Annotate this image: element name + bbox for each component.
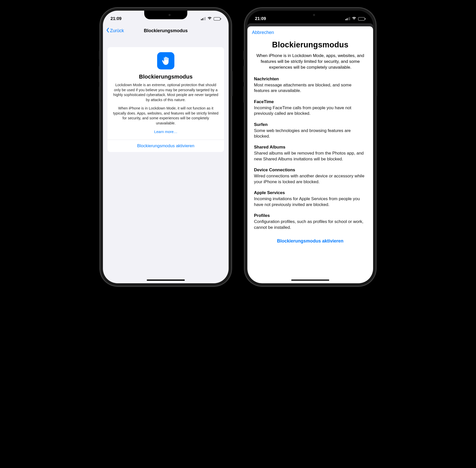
cellular-signal-icon — [345, 17, 350, 20]
battery-icon — [358, 17, 366, 21]
section-body: Configuration profiles, such as profiles… — [254, 219, 367, 230]
status-time: 21:09 — [255, 16, 266, 21]
card-paragraph-1: Lockdown Mode is an extreme, optional pr… — [113, 83, 219, 102]
cancel-button[interactable]: Abbrechen — [252, 30, 274, 35]
section-apple-services: Apple Services Incoming invitations for … — [254, 190, 367, 208]
lockdown-info-card: Blockierungsmodus Lockdown Mode is an ex… — [107, 47, 224, 152]
card-title: Blockierungsmodus — [113, 73, 219, 80]
section-profiles: Profiles Configuration profiles, such as… — [254, 213, 367, 230]
card-paragraph-2: When iPhone is in Lockdown Mode, it will… — [113, 106, 219, 126]
section-body: Shared albums will be removed from the P… — [254, 151, 367, 162]
section-head: Nachrichten — [254, 77, 367, 82]
activate-lockdown-button[interactable]: Blockierungsmodus aktivieren — [107, 140, 224, 152]
section-body: Incoming FaceTime calls from people you … — [254, 105, 367, 117]
section-head: Surfen — [254, 122, 367, 127]
back-label: Zurück — [110, 28, 124, 33]
chevron-left-icon — [106, 28, 109, 34]
section-device-connections: Device Connections Wired connections wit… — [254, 167, 367, 185]
sheet-title: Blockierungsmodus — [254, 40, 367, 49]
activate-lockdown-button[interactable]: Blockierungsmodus aktivieren — [254, 236, 367, 244]
section-body: Some web technologies and browsing featu… — [254, 128, 367, 139]
back-button[interactable]: Zurück — [106, 28, 124, 34]
section-head: Profiles — [254, 213, 367, 218]
learn-more-link[interactable]: Learn more… — [154, 129, 177, 134]
status-time: 21:09 — [111, 16, 121, 21]
sheet-lead: When iPhone is in Lockdown Mode, apps, w… — [254, 53, 367, 70]
section-messages: Nachrichten Most message attachments are… — [254, 77, 367, 94]
section-head: FaceTime — [254, 99, 367, 104]
section-head: Apple Services — [254, 190, 367, 195]
home-indicator[interactable] — [147, 279, 185, 281]
section-shared-albums: Shared Albums Shared albums will be remo… — [254, 145, 367, 162]
section-head: Shared Albums — [254, 145, 367, 150]
section-body: Most message attachments are blocked, an… — [254, 82, 367, 94]
hand-raised-icon — [157, 52, 174, 69]
section-head: Device Connections — [254, 167, 367, 173]
wifi-icon — [352, 16, 356, 21]
section-body: Incoming invitations for Apple Services … — [254, 196, 367, 208]
battery-icon — [214, 17, 221, 21]
home-indicator[interactable] — [291, 279, 329, 281]
section-facetime: FaceTime Incoming FaceTime calls from pe… — [254, 99, 367, 117]
section-body: Wired connections with another device or… — [254, 173, 367, 185]
lockdown-details-sheet: Abbrechen Blockierungsmodus When iPhone … — [247, 26, 373, 283]
cellular-signal-icon — [201, 17, 206, 20]
section-browsing: Surfen Some web technologies and browsin… — [254, 122, 367, 139]
wifi-icon — [207, 16, 212, 21]
navigation-bar: Zurück Blockierungsmodus — [103, 24, 229, 37]
